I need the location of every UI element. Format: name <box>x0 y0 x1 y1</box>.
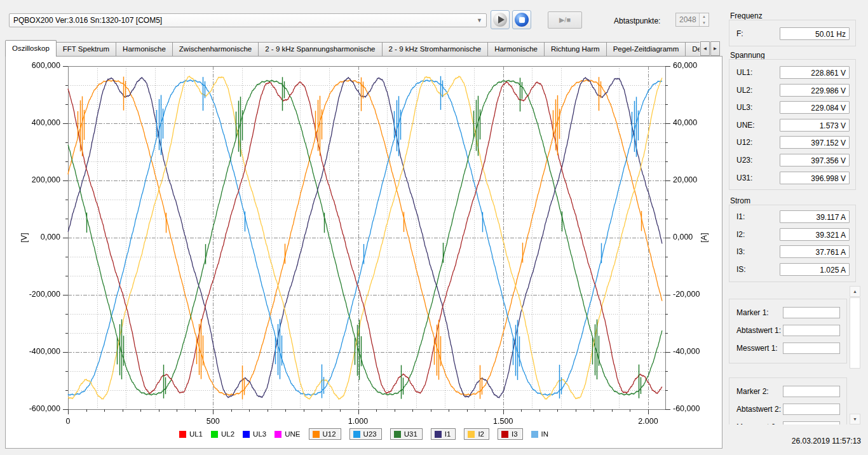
tab-pegel-zeitdiagramm[interactable]: Pegel-Zeitdiagramm <box>607 42 686 57</box>
legend-item-une[interactable]: UNE <box>275 430 300 438</box>
legend-item-ul3[interactable]: UL3 <box>243 430 266 438</box>
marker-label-messwert-2: Messwert 2: <box>736 423 778 424</box>
tab-zwischenharmonische[interactable]: Zwischenharmonische <box>173 42 259 57</box>
tab-bar: OszilloskopFFT SpektrumHarmonischeZwisch… <box>5 40 700 57</box>
scroll-down-icon[interactable]: ▼ <box>850 414 860 424</box>
field-label-u12: U12: <box>736 138 752 147</box>
stop-button[interactable] <box>512 10 531 29</box>
spannung-group-title: Spannung <box>730 51 765 60</box>
scrollbar-thumb[interactable] <box>850 297 860 369</box>
marker-input-marker-1[interactable] <box>783 307 840 318</box>
legend-label: UL2 <box>221 430 234 438</box>
field-value-ul1: 228.861 V <box>780 66 850 79</box>
spinner-down-icon[interactable]: ▼ <box>700 20 709 26</box>
tab-scroll-left-button[interactable]: ◄ <box>700 41 710 56</box>
legend-label: UL1 <box>189 430 203 438</box>
legend-swatch-i3 <box>501 431 508 438</box>
field-label-ul1: UL1: <box>736 68 752 77</box>
marker-input-messwert-1[interactable] <box>783 343 840 354</box>
play-stop-toggle-button[interactable]: ▶/■ <box>548 11 582 29</box>
legend-item-u12[interactable]: U12 <box>309 428 341 440</box>
legend-label: I3 <box>512 430 518 438</box>
legend-item-u31[interactable]: U31 <box>390 428 423 440</box>
legend-swatch-ul3 <box>243 431 250 438</box>
frequenz-group: F:50.01 Hz <box>729 20 856 46</box>
legend-item-in[interactable]: IN <box>531 430 549 438</box>
legend-item-ul1[interactable]: UL1 <box>179 430 203 438</box>
marker-row: Abtastwert 1: <box>729 325 846 337</box>
legend-label: I2 <box>478 430 484 438</box>
scroll-up-icon[interactable]: ▲ <box>850 286 860 297</box>
measurement-row: I2:39.321 A <box>729 228 855 241</box>
marker-label-abtastwert-2: Abtastwert 2: <box>736 405 781 414</box>
device-combo-value: PQBOX200 Ver:3.016 Sn:1320-107 [COM5] <box>13 16 473 25</box>
tab-harmonische[interactable]: Harmonische <box>488 42 545 57</box>
legend-label: I1 <box>445 430 451 438</box>
field-label-is: IS: <box>736 265 746 274</box>
strom-group: I1:39.117 AI2:39.321 AI3:37.761 AIS:1.02… <box>729 205 856 282</box>
legend-item-i3[interactable]: I3 <box>498 428 523 440</box>
abtastpunkte-spinner[interactable]: 2048 ▲ ▼ <box>675 13 709 27</box>
marker-input-abtastwert-1[interactable] <box>783 325 840 336</box>
tab-fft-spektrum[interactable]: FFT Spektrum <box>57 42 116 57</box>
status-timestamp: 26.03.2019 11:57:13 <box>791 437 861 445</box>
tab-richtung-harm[interactable]: Richtung Harm <box>545 42 607 57</box>
legend-swatch-u23 <box>353 431 360 438</box>
field-label-i3: I3: <box>736 247 745 256</box>
legend-swatch-ul2 <box>211 431 218 438</box>
field-value-u31: 396.998 V <box>780 172 850 184</box>
spinner-up-icon[interactable]: ▲ <box>700 13 709 20</box>
abtastpunkte-label: Abtastpunkte: <box>614 17 660 25</box>
measurement-row: IS:1.025 A <box>729 263 855 276</box>
field-value-u23: 397.356 V <box>780 154 850 166</box>
tab-2-9-khz-spannungsharmonische[interactable]: 2 - 9 kHz Spannungsharmonische <box>259 42 382 57</box>
measurement-row: I3:37.761 A <box>729 245 855 258</box>
marker-scroll-region: Marker 1:Abtastwert 1:Messwert 1: Marker… <box>729 286 862 424</box>
marker-input-marker-2[interactable] <box>783 386 840 397</box>
marker-input-abtastwert-2[interactable] <box>783 404 840 415</box>
field-label-i2: I2: <box>736 230 745 239</box>
field-value-is: 1.025 A <box>780 263 850 276</box>
field-label-i1: I1: <box>736 212 745 221</box>
marker-row: Messwert 2: <box>729 421 846 424</box>
chart-legend: UL1UL2UL3UNEU12U23U31I1I2I3IN <box>6 428 722 440</box>
legend-item-i1[interactable]: I1 <box>431 428 456 440</box>
strom-group-title: Strom <box>730 196 750 205</box>
legend-item-i2[interactable]: I2 <box>464 428 489 440</box>
frequenz-group-title: Frequenz <box>730 11 763 20</box>
measurement-row: U23:397.356 V <box>729 154 855 166</box>
marker-row: Abtastwert 2: <box>729 404 846 416</box>
marker-label-abtastwert-1: Abtastwert 1: <box>736 326 781 335</box>
marker-row: Messwert 1: <box>729 343 846 355</box>
measurement-row: F:50.01 Hz <box>729 27 855 40</box>
play-button[interactable] <box>491 10 510 29</box>
legend-label: IN <box>541 430 549 438</box>
tab-harmonische[interactable]: Harmonische <box>116 42 173 57</box>
marker-scrollbar[interactable]: ▲ ▼ <box>850 286 860 424</box>
chevron-down-icon: ▼ <box>473 17 482 24</box>
abtastpunkte-value: 2048 <box>676 13 699 26</box>
tab-scroll-right-button[interactable]: ► <box>710 41 720 56</box>
tab-oszilloskop[interactable]: Oszilloskop <box>5 40 57 57</box>
measurement-row: UL3:229.084 V <box>729 101 855 114</box>
legend-item-u23[interactable]: U23 <box>349 428 382 440</box>
device-combo[interactable]: PQBOX200 Ver:3.016 Sn:1320-107 [COM5] ▼ <box>9 13 487 27</box>
field-value-i1: 39.117 A <box>780 210 850 223</box>
legend-swatch-i2 <box>468 431 475 438</box>
tab-details-messw[interactable]: Details Messw <box>686 42 700 57</box>
legend-swatch-in <box>531 431 538 438</box>
legend-item-ul2[interactable]: UL2 <box>211 430 234 438</box>
legend-label: UNE <box>285 430 300 438</box>
marker-input-messwert-2[interactable] <box>783 421 840 424</box>
field-value-u12: 397.152 V <box>780 136 850 149</box>
marker-row: Marker 1: <box>729 307 846 320</box>
marker-label-marker-2: Marker 2: <box>736 387 769 396</box>
measurement-row: U12:397.152 V <box>729 136 855 149</box>
legend-label: U31 <box>404 430 417 438</box>
tab-2-9-khz-stromharmonische[interactable]: 2 - 9 kHz Stromharmonische <box>383 42 489 57</box>
field-value-ul3: 229.084 V <box>780 101 850 114</box>
oscilloscope-canvas[interactable] <box>6 57 722 438</box>
measurement-row: UNE:1.573 V <box>729 119 855 132</box>
marker2-group: Marker 2:Abtastwert 2:Messwert 2: <box>729 377 847 424</box>
legend-swatch-i1 <box>435 431 442 438</box>
